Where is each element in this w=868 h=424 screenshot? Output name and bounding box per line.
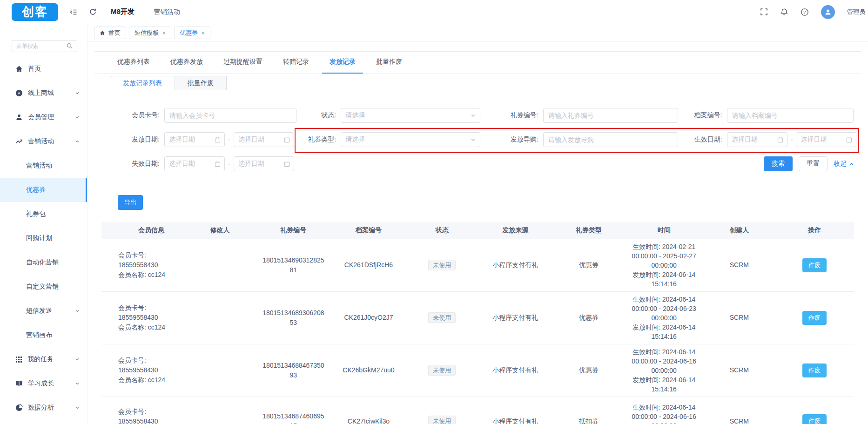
sidebar-menu: 首页 A 线上商城 会员管理 营销活动 营销活动 优惠券 礼券包 回购计划 自动… [0, 57, 87, 420]
status-select[interactable]: 请选择 [341, 108, 480, 123]
filter-archive-no: 档案编号: [683, 108, 855, 123]
archive-no-cell: CK26bGkM27uu0 [331, 344, 406, 397]
grid-icon [15, 356, 22, 363]
subtab-issue-records[interactable]: 发放记录 [322, 58, 363, 74]
sidebar-item-learning-growth[interactable]: 学习成长 [0, 371, 87, 396]
source-cell: 小程序支付有礼 [478, 291, 553, 344]
table-row: 会员卡号: 18559558430 会员名称: cc124 1801513468… [101, 397, 854, 424]
search-icon [67, 43, 73, 49]
coupon-no-cell: 1801513468746069515 [262, 411, 324, 424]
sidebar-item-marketing-canvas[interactable]: 营销画布 [0, 323, 87, 347]
filter-row-2: 发放日期: 选择日期 - 选择日期 礼券类型: [120, 132, 855, 147]
coupon-type-select[interactable]: 请选择 [341, 132, 480, 147]
subtab-batch-void[interactable]: 批量作废 [369, 58, 410, 74]
chevron-down-icon [75, 91, 80, 95]
filter-coupon-type: 礼券类型: 请选择 [296, 132, 499, 147]
void-button[interactable]: 作废 [802, 311, 827, 325]
creator-cell: SCRM [704, 344, 775, 397]
search-button[interactable]: 搜索 [764, 156, 793, 171]
inner-tab-nav: 发放记录列表 批量作废 [110, 76, 861, 90]
coupon-no-input[interactable] [543, 108, 678, 123]
void-button[interactable]: 作废 [802, 363, 827, 377]
inner-tab-issue-record-list[interactable]: 发放记录列表 [110, 76, 175, 90]
member-card-no: 会员卡号: 18559558430 [118, 303, 183, 323]
trend-icon [15, 138, 23, 145]
sidebar-item-marketing-activity[interactable]: 营销活动 [0, 154, 87, 178]
issue-guide-input[interactable] [543, 132, 678, 147]
sidebar-item-coupons[interactable]: 优惠券 [0, 178, 87, 202]
sidebar-item-home[interactable]: 首页 [0, 57, 87, 81]
export-button[interactable]: 导出 [118, 195, 143, 210]
sidebar-item-marketing-activities[interactable]: 营销活动 [0, 129, 87, 154]
sidebar-item-member-management[interactable]: 会员管理 [0, 105, 87, 129]
sidebar-item-automated-marketing[interactable]: 自动化营销 [0, 250, 87, 275]
member-card-no: 会员卡号: 18559558430 [118, 356, 183, 375]
inner-tab-batch-void[interactable]: 批量作废 [175, 76, 227, 90]
table-header-row: 会员信息 修改人 礼券编号 档案编号 状态 发放来源 礼券类型 时间 创建人 操… [101, 222, 854, 239]
filter-actions: 搜索 重置 收起 [296, 156, 855, 171]
subtab-transfer-records[interactable]: 转赠记录 [276, 58, 316, 74]
filter-status: 状态: 请选择 [296, 108, 499, 123]
sidebar-item-sms-sending[interactable]: 短信发送 [0, 299, 87, 323]
status-badge: 未使用 [428, 312, 456, 323]
effective-date-end[interactable]: 选择日期 [796, 132, 856, 147]
modifier-cell [184, 344, 256, 397]
coupon-type-cell: 优惠券 [553, 239, 625, 291]
user-name[interactable]: 管理员 [847, 8, 865, 16]
sidebar-item-online-mall[interactable]: A 线上商城 [0, 81, 87, 105]
subtab-coupon-issue[interactable]: 优惠券发放 [163, 58, 210, 74]
tab-home[interactable]: 首页 [94, 27, 126, 39]
effective-date-start[interactable]: 选择日期 [727, 132, 787, 147]
table-row: 会员卡号: 18559558430 会员名称: cc124 1801513468… [101, 291, 854, 344]
void-button[interactable]: 作废 [802, 414, 827, 424]
expire-date-start[interactable]: 选择日期 [164, 156, 225, 171]
help-icon[interactable]: ? [801, 8, 809, 16]
filter-row-3: 失效日期: 选择日期 - 选择日期 搜索 [120, 156, 855, 171]
member-card-input[interactable] [164, 108, 296, 123]
chevron-down-icon [471, 137, 476, 142]
close-icon[interactable]: × [201, 30, 205, 36]
main-content: 首页 短信模板 × 优惠券 × 优惠券列表 优惠券发放 过期提醒设置 转赠记录 … [87, 0, 868, 424]
top-header: 创客 M8开发 营销活动 ? 管理员 [0, 0, 868, 24]
sidebar-item-voucher-pack[interactable]: 礼券包 [0, 202, 87, 226]
chevron-down-icon [75, 381, 80, 386]
chevron-up-icon [849, 162, 854, 167]
sidebar-item-custom-marketing[interactable]: 自定义营销 [0, 275, 87, 299]
coupon-type-cell: 抵扣券 [553, 397, 625, 424]
collapse-sidebar-icon[interactable] [69, 8, 78, 16]
archive-no-input[interactable] [727, 108, 854, 123]
filter-member-card: 会员卡号: [120, 108, 296, 123]
coupon-type-cell: 优惠券 [553, 344, 625, 397]
app-logo[interactable]: 创客 [12, 3, 58, 21]
sidebar-item-my-tasks[interactable]: 我的任务 [0, 347, 87, 371]
issue-date-end[interactable]: 选择日期 [234, 132, 294, 147]
archive-no-cell: CK27IciwKil3o [331, 397, 406, 424]
subtab-expiry-reminder[interactable]: 过期提醒设置 [216, 58, 270, 74]
fullscreen-icon[interactable] [760, 8, 768, 16]
reset-button[interactable]: 重置 [799, 156, 828, 171]
expire-date-end[interactable]: 选择日期 [234, 156, 294, 171]
sidebar-item-data-analysis[interactable]: 数据分析 [0, 396, 87, 420]
coupon-no-cell: 1801513469031282581 [262, 256, 324, 275]
issue-date-start[interactable]: 选择日期 [164, 132, 225, 147]
subtab-coupon-list[interactable]: 优惠券列表 [110, 58, 157, 74]
close-icon[interactable]: × [162, 30, 166, 36]
tab-sms-template[interactable]: 短信模板 × [129, 27, 171, 39]
sidebar-item-repurchase-plan[interactable]: 回购计划 [0, 226, 87, 250]
void-button[interactable]: 作废 [802, 258, 827, 272]
tab-coupons[interactable]: 优惠券 × [174, 27, 210, 39]
filter-effective-date: 生效日期: 选择日期 - 选择日期 [683, 132, 855, 147]
refresh-icon[interactable] [89, 8, 97, 16]
calendar-icon [284, 137, 290, 143]
notifications-bell-icon[interactable] [780, 8, 788, 16]
breadcrumb: 营销活动 [154, 8, 180, 16]
member-card-no: 会员卡号: 18559558430 [118, 407, 183, 424]
coupon-type-cell: 优惠券 [553, 291, 625, 344]
filter-issue-guide: 发放导购: [499, 132, 683, 147]
pie-chart-icon [15, 404, 23, 411]
table-toolbar: 导出 [94, 181, 861, 210]
user-avatar[interactable] [821, 5, 835, 19]
creator-cell: SCRM [704, 239, 775, 291]
project-name[interactable]: M8开发 [111, 7, 135, 16]
collapse-filters-link[interactable]: 收起 [834, 160, 854, 168]
